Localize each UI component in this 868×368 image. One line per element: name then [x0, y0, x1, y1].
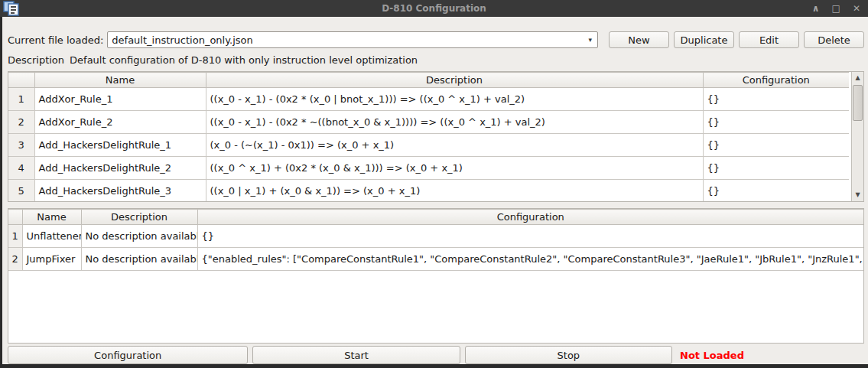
rules-table-header-row: Name Description Configuration	[8, 73, 849, 88]
rule-configuration-cell[interactable]: {}	[703, 134, 849, 157]
optimizer-name-cell[interactable]: Unflattener	[22, 225, 81, 248]
rule-name-cell[interactable]: AddXor_Rule_1	[34, 88, 206, 111]
row-number[interactable]: 1	[8, 225, 22, 248]
vertical-scrollbar[interactable]: ▲ ▼	[851, 72, 863, 201]
optimizer-configuration-cell[interactable]: {"enabled_rules": ["CompareConstantRule1…	[197, 248, 863, 271]
status-badge: Not Loaded	[680, 350, 744, 361]
start-button[interactable]: Start	[252, 346, 460, 364]
dialog-content: Current file loaded: default_instruction…	[0, 17, 868, 368]
rule-configuration-cell[interactable]: {}	[703, 180, 849, 203]
table-row: 5 Add_HackersDelightRule_3 ((x_0 | x_1) …	[8, 180, 849, 203]
rule-name-cell[interactable]: Add_HackersDelightRule_2	[34, 157, 206, 180]
config-file-combobox[interactable]: default_instruction_only.json ▾	[107, 31, 598, 48]
column-header-configuration[interactable]: Configuration	[703, 73, 849, 88]
description-row: DescriptionDefault configuration of D-81…	[8, 54, 864, 67]
row-number[interactable]: 3	[8, 134, 34, 157]
footer-bar: Configuration Start Stop Not Loaded	[8, 346, 864, 364]
optimizers-table-header-row: Name Description Configuration	[8, 210, 863, 225]
scroll-up-icon[interactable]: ▲	[852, 72, 863, 84]
row-number[interactable]: 1	[8, 88, 34, 111]
table-row: 1 AddXor_Rule_1 ((x_0 - x_1) - (0x2 * (x…	[8, 88, 849, 111]
rule-name-cell[interactable]: Add_HackersDelightRule_3	[34, 180, 206, 203]
description-value: Default configuration of D-810 with only…	[70, 54, 418, 66]
row-number[interactable]: 4	[8, 157, 34, 180]
column-header-name[interactable]: Name	[22, 210, 81, 225]
window-controls: ∧ □ ✕	[812, 0, 860, 17]
delete-button[interactable]: Delete	[804, 31, 864, 48]
table-row: 2 JumpFixer No description available {"e…	[8, 248, 863, 271]
rule-configuration-cell[interactable]: {}	[703, 111, 849, 134]
titlebar: D-810 Configuration ∧ □ ✕	[0, 0, 868, 17]
stop-button[interactable]: Stop	[465, 346, 672, 364]
optimizers-table-container: Name Description Configuration 1 Unflatt…	[8, 208, 864, 344]
duplicate-button[interactable]: Duplicate	[674, 31, 734, 48]
optimizer-name-cell[interactable]: JumpFixer	[22, 248, 81, 271]
rule-name-cell[interactable]: AddXor_Rule_2	[34, 111, 206, 134]
footer-buttons: Configuration Start Stop	[8, 346, 672, 364]
maximize-icon[interactable]: □	[832, 0, 840, 17]
close-icon[interactable]: ✕	[853, 0, 860, 17]
scrollbar-thumb[interactable]	[853, 85, 863, 121]
row-number[interactable]: 5	[8, 180, 34, 203]
optimizer-description-cell[interactable]: No description available	[81, 248, 197, 271]
current-file-label: Current file loaded:	[8, 34, 103, 46]
rule-description-cell[interactable]: ((x_0 ^ x_1) + (0x2 * (x_0 & x_1))) => (…	[206, 157, 703, 180]
configuration-button[interactable]: Configuration	[8, 346, 248, 364]
edit-button[interactable]: Edit	[739, 31, 799, 48]
column-header-name[interactable]: Name	[34, 73, 206, 88]
combobox-value: default_instruction_only.json	[112, 34, 252, 46]
d810-configuration-window: D-810 Configuration ∧ □ ✕ Current file l…	[0, 0, 868, 368]
rule-configuration-cell[interactable]: {}	[703, 157, 849, 180]
file-bar: Current file loaded: default_instruction…	[8, 31, 864, 48]
table-row: 3 Add_HackersDelightRule_1 (x_0 - (~(x_1…	[8, 134, 849, 157]
rule-description-cell[interactable]: ((x_0 - x_1) - (0x2 * (x_0 | bnot_x_1)))…	[206, 88, 703, 111]
new-button[interactable]: New	[609, 31, 669, 48]
rules-table-container: Name Description Configuration 1 AddXor_…	[8, 71, 864, 202]
app-icon	[2, 1, 21, 16]
rule-configuration-cell[interactable]: {}	[703, 88, 849, 111]
rule-description-cell[interactable]: (x_0 - (~(x_1) - 0x1)) => (x_0 + x_1)	[206, 134, 703, 157]
rule-description-cell[interactable]: ((x_0 - x_1) - (0x2 * ~((bnot_x_0 & x_1)…	[206, 111, 703, 134]
window-title: D-810 Configuration	[0, 3, 868, 14]
chevron-down-icon: ▾	[588, 36, 592, 44]
rule-name-cell[interactable]: Add_HackersDelightRule_1	[34, 134, 206, 157]
minimize-icon[interactable]: ∧	[812, 0, 820, 17]
column-header-description[interactable]: Description	[81, 210, 197, 225]
scroll-down-icon[interactable]: ▼	[852, 189, 863, 201]
optimizer-description-cell[interactable]: No description available	[81, 225, 197, 248]
corner-header[interactable]	[8, 210, 22, 225]
column-header-description[interactable]: Description	[206, 73, 703, 88]
description-label: Description	[8, 54, 64, 66]
rule-description-cell[interactable]: ((x_0 | x_1) + (x_0 & x_1)) => (x_0 + x_…	[206, 180, 703, 203]
table-row: 4 Add_HackersDelightRule_2 ((x_0 ^ x_1) …	[8, 157, 849, 180]
table-row: 2 AddXor_Rule_2 ((x_0 - x_1) - (0x2 * ~(…	[8, 111, 849, 134]
rules-table: Name Description Configuration 1 AddXor_…	[8, 72, 849, 202]
row-number[interactable]: 2	[8, 111, 34, 134]
optimizers-table: Name Description Configuration 1 Unflatt…	[8, 209, 863, 271]
row-number[interactable]: 2	[8, 248, 22, 271]
optimizer-configuration-cell[interactable]: {}	[197, 225, 863, 248]
corner-header[interactable]	[8, 73, 34, 88]
column-header-configuration[interactable]: Configuration	[197, 210, 863, 225]
table-row: 1 Unflattener No description available {…	[8, 225, 863, 248]
